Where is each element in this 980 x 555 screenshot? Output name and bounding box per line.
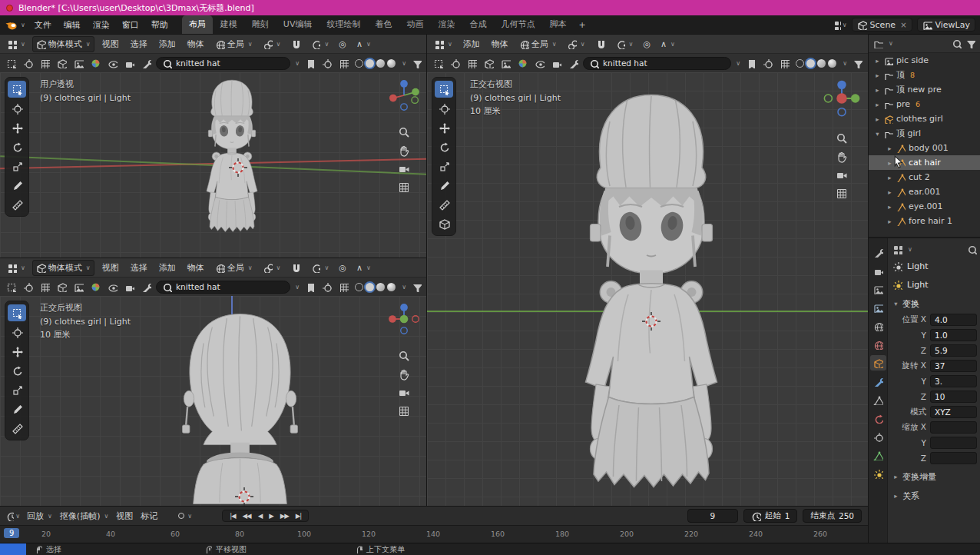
auto-keying-toggle[interactable]: ∨ — [178, 513, 192, 520]
transform-orientation-dropdown[interactable]: 全局∨ — [212, 37, 256, 52]
timeline-editor-type-button[interactable]: ∨ — [6, 509, 20, 523]
cursor-tool-icon[interactable] — [21, 280, 35, 294]
proportional-edit-toggle[interactable]: ◎ — [336, 261, 349, 274]
workspace-tab-compositing[interactable]: 合成 — [462, 15, 493, 34]
field-value[interactable]: 10 — [930, 390, 977, 403]
shading-material-button[interactable] — [376, 283, 385, 291]
menu-render[interactable]: 渲染 — [87, 17, 116, 33]
grid-toggle-icon[interactable] — [398, 405, 410, 417]
expand-arrow-icon[interactable]: ▸ — [886, 203, 893, 211]
expand-arrow-icon[interactable]: ▸ — [886, 174, 893, 181]
field-value[interactable]: 5.9 — [930, 344, 977, 357]
expand-arrow-icon[interactable]: ▸ — [886, 188, 893, 196]
zoom-control-icon[interactable] — [398, 350, 410, 362]
outliner-item-clothes-girl[interactable]: ▸ clothes girl — [869, 111, 980, 126]
tab-modifiers[interactable] — [870, 374, 886, 389]
shading-solid-button[interactable] — [806, 59, 815, 68]
mode-dropdown[interactable]: 物体模式∨ — [32, 260, 94, 276]
tool-select-box[interactable] — [8, 81, 26, 98]
expand-arrow-icon[interactable]: ▸ — [874, 101, 881, 108]
pivot-point-dropdown[interactable]: ∨ — [260, 261, 284, 274]
snap-toggle[interactable] — [287, 38, 303, 51]
cursor-tool-icon[interactable] — [448, 56, 462, 70]
tool-scale[interactable] — [435, 158, 453, 174]
shading-material-button[interactable] — [817, 59, 826, 68]
gizmo-object-icon[interactable] — [431, 56, 445, 70]
proportional-falloff-dropdown[interactable]: ∧∨ — [353, 261, 374, 274]
timeline-menu-view[interactable]: 视图 — [116, 510, 133, 522]
pan-control-icon[interactable] — [398, 368, 410, 381]
snap-settings-dropdown[interactable]: ∨ — [307, 38, 332, 51]
outliner-item-fore-hair-1[interactable]: ▸ fore hair 1 — [869, 214, 980, 228]
timeline-ruler[interactable]: 9 20406080100120140160180200220240260 — [0, 525, 868, 543]
snap-settings-dropdown[interactable]: ∨ — [307, 261, 332, 274]
transform-section-header[interactable]: ▾ 变换 — [892, 295, 977, 312]
workspace-tab-layout[interactable]: 布局 — [182, 15, 213, 34]
filter-icon[interactable] — [850, 56, 864, 70]
field-value[interactable]: 3. — [930, 375, 977, 387]
panel-section-item[interactable]: ▸关系 — [892, 487, 977, 504]
pan-control-icon[interactable] — [836, 151, 848, 163]
editor-type-button[interactable]: ∨ — [431, 38, 455, 51]
viewport-search-input[interactable]: knitted hat — [583, 57, 731, 70]
camera-toggle-icon[interactable] — [122, 280, 136, 294]
tab-output[interactable] — [870, 281, 886, 297]
shading-wireframe-button[interactable] — [796, 59, 804, 68]
tool-settings-icon[interactable] — [139, 56, 153, 70]
workspace-tab-modeling[interactable]: 建模 — [214, 15, 244, 34]
viewport-menu-select[interactable]: 选择 — [127, 261, 151, 275]
breadcrumb-object[interactable]: Light — [892, 257, 977, 275]
tab-world[interactable] — [870, 337, 886, 352]
grid-toggle-icon[interactable] — [398, 181, 410, 194]
grid-toggle-icon[interactable] — [836, 188, 848, 200]
add-workspace-button[interactable]: + — [573, 17, 591, 33]
properties-nav-icon[interactable] — [892, 244, 902, 254]
show-overlays-toggle-icon[interactable] — [777, 56, 791, 70]
menu-edit[interactable]: 编辑 — [58, 17, 87, 33]
tool-move[interactable] — [435, 119, 453, 136]
viewport-menu-view[interactable]: 视图 — [98, 261, 123, 275]
visibility-toggle-icon[interactable] — [105, 280, 119, 294]
viewport-menu-object[interactable]: 物体 — [184, 37, 208, 52]
tab-object-data[interactable] — [870, 447, 886, 463]
tool-select-box[interactable] — [435, 81, 453, 98]
image-display-icon[interactable] — [71, 280, 85, 294]
tab-render[interactable] — [870, 263, 886, 278]
scene-browse-button[interactable]: ∨ — [833, 18, 847, 32]
outliner-item-cat-hair[interactable]: ▸ cat hair — [869, 155, 980, 170]
tool-add-cube[interactable] — [435, 215, 453, 232]
proportional-falloff-dropdown[interactable]: ∧∨ — [353, 38, 374, 51]
tab-object[interactable] — [870, 355, 886, 371]
object-display-icon[interactable] — [55, 280, 68, 294]
filter-icon[interactable] — [409, 280, 423, 294]
show-gizmo-toggle-icon[interactable] — [319, 280, 333, 294]
blender-logo-icon[interactable]: ∨ — [5, 18, 25, 32]
shading-wireframe-button[interactable] — [355, 59, 363, 68]
proportional-edit-toggle[interactable]: ◎ — [336, 38, 349, 51]
field-value[interactable] — [930, 421, 977, 434]
panel-section-item[interactable]: ▸变换增量 — [892, 468, 977, 485]
search-icon[interactable] — [967, 244, 977, 254]
field-value[interactable]: XYZ — [930, 406, 977, 418]
timeline-menu-markers[interactable]: 标记 — [141, 510, 157, 522]
viewport-3d-canvas[interactable]: 正交右视图 (9) clothes girl | Light 10 厘米 — [427, 72, 868, 506]
tool-scale[interactable] — [8, 158, 26, 174]
tool-3d-cursor[interactable] — [8, 100, 26, 117]
image-display-icon[interactable] — [71, 56, 85, 70]
pivot-point-dropdown[interactable]: ∨ — [260, 38, 284, 51]
proportional-edit-toggle[interactable]: ◎ — [640, 38, 654, 51]
shading-wireframe-button[interactable] — [355, 283, 363, 291]
tab-view-layer[interactable] — [870, 300, 886, 315]
tool-rotate[interactable] — [8, 362, 26, 379]
zoom-control-icon[interactable] — [836, 132, 848, 145]
breadcrumb-data[interactable]: Light — [892, 275, 977, 294]
gizmo-object-icon[interactable] — [4, 56, 18, 70]
snap-settings-dropdown[interactable]: ∨ — [612, 38, 637, 51]
field-value[interactable] — [930, 452, 977, 464]
bookmark-icon[interactable] — [743, 56, 757, 70]
camera-view-icon[interactable] — [836, 169, 848, 181]
tool-move[interactable] — [8, 119, 26, 136]
proportional-falloff-dropdown[interactable]: ∧∨ — [657, 38, 678, 51]
scene-unlink-icon[interactable]: × — [900, 21, 906, 29]
visibility-toggle-icon[interactable] — [105, 56, 119, 70]
